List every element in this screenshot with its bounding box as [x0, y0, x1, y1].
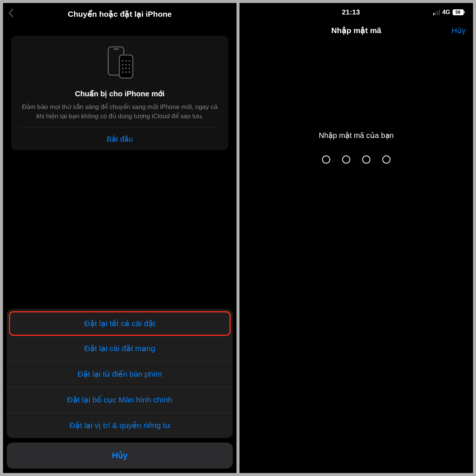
back-chevron-icon[interactable]	[8, 8, 13, 20]
page-title: Chuyển hoặc đặt lại iPhone	[9, 10, 231, 19]
card-description: Đảm bảo mọi thứ sẵn sàng để chuyển sang …	[19, 103, 220, 121]
network-type: 4G	[442, 9, 450, 16]
svg-point-8	[129, 64, 131, 66]
prepare-card: Chuẩn bị cho iPhone mới Đảm bảo mọi thứ …	[11, 36, 228, 150]
cellular-signal-icon	[433, 10, 440, 15]
reset-location-privacy-button[interactable]: Đặt lại vị trí & quyền riêng tư	[7, 413, 233, 438]
get-started-button[interactable]: Bắt đầu	[19, 128, 220, 150]
passcode-entry: Nhập mật mã của bạn	[239, 131, 473, 164]
nav-header: Chuyển hoặc đặt lại iPhone	[3, 3, 237, 24]
reset-all-settings-button[interactable]: Đặt lại tất cả cài đặt	[9, 311, 231, 336]
cancel-button[interactable]: Hủy	[7, 443, 233, 469]
svg-point-3	[122, 60, 124, 62]
svg-point-13	[125, 71, 127, 73]
svg-point-4	[125, 60, 127, 62]
phones-icon	[103, 45, 136, 82]
nav-header: Nhập mật mã Hủy	[239, 19, 473, 38]
status-time: 21:13	[248, 8, 433, 16]
reset-network-settings-button[interactable]: Đặt lại cài đặt mạng	[7, 336, 233, 361]
action-sheet-options: Đặt lại tất cả cài đặt Đặt lại cài đặt m…	[7, 309, 233, 438]
svg-point-9	[122, 68, 124, 70]
status-indicators: 4G 59	[433, 9, 465, 16]
reset-settings-screen: Chuyển hoặc đặt lại iPhone Chuẩn bị cho …	[3, 3, 237, 473]
passcode-dot	[342, 155, 350, 164]
reset-home-screen-layout-button[interactable]: Đặt lại bố cục Màn hình chính	[7, 387, 233, 413]
reset-action-sheet: Đặt lại tất cả cài đặt Đặt lại cài đặt m…	[7, 309, 233, 469]
svg-point-10	[125, 68, 127, 70]
page-title: Nhập mật mã	[331, 26, 382, 35]
reset-keyboard-dictionary-button[interactable]: Đặt lại từ điển bàn phím	[7, 361, 233, 387]
cancel-button[interactable]: Hủy	[452, 26, 466, 35]
passcode-prompt: Nhập mật mã của bạn	[319, 131, 393, 140]
battery-icon: 59	[453, 9, 465, 15]
passcode-dot	[382, 155, 390, 164]
svg-rect-1	[113, 48, 119, 50]
svg-point-12	[122, 71, 124, 73]
svg-rect-2	[119, 55, 133, 78]
status-bar: 21:13 4G 59	[239, 3, 473, 19]
svg-point-7	[125, 64, 127, 66]
svg-point-6	[122, 64, 124, 66]
passcode-dot	[362, 155, 370, 164]
battery-level: 59	[453, 10, 463, 15]
card-title: Chuẩn bị cho iPhone mới	[75, 89, 164, 98]
passcode-dots	[322, 155, 390, 164]
passcode-screen: 21:13 4G 59 Nhập mật mã Hủy Nhập mật mã …	[239, 3, 473, 473]
svg-point-14	[129, 71, 131, 73]
svg-point-5	[129, 60, 131, 62]
svg-point-11	[129, 68, 131, 70]
passcode-dot	[322, 155, 330, 164]
